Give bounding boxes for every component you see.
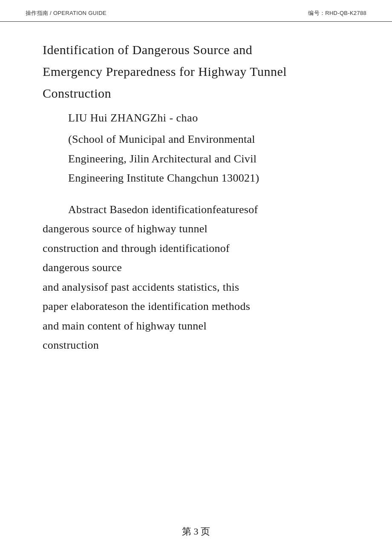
abstract-line-6: paper elaborateson the identification me…: [43, 297, 349, 316]
header-code-label: 编号：RHD-QB-K2788: [308, 9, 366, 17]
affiliation-line-2: Engineering, Jilin Architectural and Civ…: [68, 149, 349, 169]
abstract-line-4: dangerous source: [43, 258, 349, 278]
affiliation-block: (School of Municipal and Environmental E…: [43, 130, 349, 188]
page-container: 操作指南 / OPERATION GUIDE 编号：RHD-QB-K2788 I…: [0, 0, 392, 555]
abstract-text-1: Basedon identificationfeaturesof: [107, 203, 258, 216]
abstract-line-2: dangerous source of highway tunnel: [43, 219, 349, 239]
title-line-1: Identification of Dangerous Source and: [43, 39, 349, 61]
title-line-3: Construction: [43, 82, 349, 104]
title-line-2: Emergency Preparedness for Highway Tunne…: [43, 61, 349, 82]
title-section: Identification of Dangerous Source and E…: [43, 39, 349, 104]
header-guide-label: 操作指南 / OPERATION GUIDE: [26, 9, 107, 17]
abstract-line-7: and main content of highway tunnel: [43, 316, 349, 336]
page-header: 操作指南 / OPERATION GUIDE 编号：RHD-QB-K2788: [0, 0, 392, 22]
abstract-block: Abstract Basedon identificationfeatureso…: [43, 200, 349, 355]
affiliation-line-1: (School of Municipal and Environmental: [68, 130, 349, 149]
page-footer: 第 3 页: [0, 525, 392, 538]
abstract-line-3: construction and through identificationo…: [43, 239, 349, 258]
main-content: Identification of Dangerous Source and E…: [0, 22, 392, 381]
authors: LIU Hui ZHANGZhi - chao: [43, 112, 349, 124]
abstract-line-1: Abstract Basedon identificationfeatureso…: [43, 200, 349, 220]
abstract-label: Abstract: [68, 203, 107, 216]
abstract-line-8: construction: [43, 335, 349, 355]
affiliation-line-3: Engineering Institute Changchun 130021): [68, 168, 349, 188]
abstract-line-5: and analysisof past accidents statistics…: [43, 278, 349, 297]
